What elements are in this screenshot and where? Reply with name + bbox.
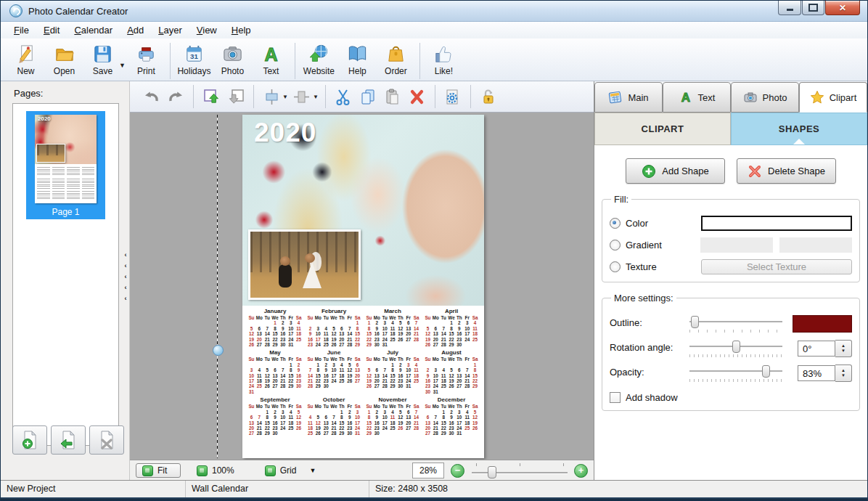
subtab-clipart[interactable]: CLIPART [594,113,731,145]
photo-camera-icon [743,90,758,105]
canvas-viewport[interactable]: 2020 JanuarySuMoTuWeThFrSa12345678910111… [130,113,594,460]
outline-slider[interactable] [689,315,782,327]
delete-button[interactable] [405,84,430,109]
month-days: SuMoTuWeThFrSa12345678910111213141516171… [306,404,361,436]
gradient-radio-label[interactable]: Gradient [626,240,662,250]
year-text[interactable]: 2020 [254,118,316,148]
title-bar[interactable]: Photo Calendar Creator ✕ [1,1,867,22]
selection-handle[interactable] [213,345,224,356]
print-button[interactable]: Print [127,41,165,76]
pages-list[interactable]: 2020 Page 1 [12,103,119,446]
photo-area[interactable]: 2020 [242,115,484,306]
photo-button[interactable]: Photo [213,41,252,76]
spin-down-icon[interactable]: ▼ [841,349,846,354]
holidays-button[interactable]: 31 Holidays [175,41,213,76]
delete-shape-button[interactable]: Delete Shape [737,158,836,184]
align-vertical-dropdown-icon[interactable]: ▼ [313,94,319,100]
day-cell: 3 [314,326,322,331]
add-shadow-label[interactable]: Add shadow [626,392,678,403]
bring-forward-button[interactable] [199,84,224,109]
zoom-value-field[interactable]: 28% [412,463,444,478]
grid-button[interactable]: Grid▼ [259,464,322,478]
gradient-radio[interactable] [610,240,621,250]
cut-button[interactable] [331,84,356,109]
calendar-page[interactable]: 2020 JanuarySuMoTuWeThFrSa12345678910111… [242,115,484,458]
properties-button[interactable] [441,84,465,109]
zoom-slider[interactable] [472,463,568,478]
align-horizontal-dropdown-icon[interactable]: ▼ [282,94,288,100]
gradient-end-swatch[interactable] [779,237,852,253]
tab-main[interactable]: Main [594,82,663,113]
like-button[interactable]: Like! [425,41,463,76]
opacity-spinner: 83% ▲▼ [798,364,852,382]
website-button[interactable]: Website [300,41,338,76]
menu-layer[interactable]: Layer [151,23,189,38]
select-texture-button[interactable]: Select Texture [701,259,852,274]
outline-color-swatch[interactable] [793,315,852,333]
panel-collapse-handle[interactable]: ‹‹‹‹‹ [123,250,128,304]
undo-button[interactable] [139,84,163,109]
opacity-slider[interactable] [689,364,782,377]
subtab-shapes[interactable]: SHAPES [731,113,867,145]
spin-up-icon[interactable]: ▲ [841,368,846,373]
add-page-button[interactable] [12,425,47,455]
spin-up-icon[interactable]: ▲ [841,343,846,349]
texture-radio-label[interactable]: Texture [626,261,657,272]
opacity-slider-thumb[interactable] [762,365,770,378]
minimize-button[interactable] [778,1,801,15]
rotation-value[interactable]: 0° [798,341,835,357]
calendar-grid[interactable]: JanuarySuMoTuWeThFrSa1234567891011121314… [247,308,479,436]
add-shape-button[interactable]: Add Shape [626,158,725,184]
paste-button[interactable] [380,84,405,109]
texture-radio[interactable] [610,261,621,272]
menu-file[interactable]: File [7,23,36,38]
add-shadow-checkbox[interactable] [610,392,621,403]
gradient-start-swatch[interactable] [700,237,773,253]
zoom-100-button[interactable]: 100% [191,464,240,478]
save-dropdown-icon[interactable]: ▼ [119,62,126,69]
menu-view[interactable]: View [189,23,224,38]
help-button[interactable]: Help [338,41,377,76]
day-cell: 3 [463,320,471,325]
new-button[interactable]: New [7,41,45,76]
open-button[interactable]: Open [45,41,83,76]
rotation-slider-thumb[interactable] [732,341,740,353]
menu-edit[interactable]: Edit [36,23,67,38]
close-button[interactable]: ✕ [825,1,860,15]
tab-clipart[interactable]: Clipart [799,82,867,113]
outline-slider-thumb[interactable] [691,316,699,328]
tab-text[interactable]: A Text [663,82,731,113]
rotation-spin-buttons[interactable]: ▲▼ [835,340,852,357]
color-radio-label[interactable]: Color [626,218,648,229]
fit-button[interactable]: Fit [136,463,181,478]
copy-button[interactable] [356,84,380,109]
menu-add[interactable]: Add [120,23,151,38]
fill-color-swatch[interactable] [701,216,852,231]
zoom-in-button[interactable]: + [574,464,588,478]
spin-down-icon[interactable]: ▼ [841,373,846,378]
redo-button[interactable] [163,84,188,109]
lock-button[interactable] [476,84,501,109]
opacity-value[interactable]: 83% [798,365,835,381]
page-thumbnail-item[interactable]: 2020 Page 1 [26,111,105,219]
tab-text-label: Text [698,92,716,103]
inset-photo[interactable] [248,229,361,300]
maximize-button[interactable] [802,1,824,15]
delete-page-button[interactable] [89,425,124,455]
grid-dropdown-icon[interactable]: ▼ [309,467,316,474]
insert-page-button[interactable] [51,425,86,455]
color-radio[interactable] [610,218,621,229]
save-button[interactable]: Save [83,41,122,76]
order-button[interactable]: Order [377,41,415,76]
text-button[interactable]: A Text [252,41,290,76]
menu-help[interactable]: Help [224,23,258,38]
opacity-spin-buttons[interactable]: ▲▼ [835,364,852,382]
rotation-slider[interactable] [689,340,782,352]
align-horizontal-button[interactable] [259,84,284,109]
send-backward-button[interactable] [224,84,248,109]
align-vertical-button[interactable] [290,84,314,109]
slider-thumb[interactable] [488,466,496,478]
menu-calendar[interactable]: Calendar [67,23,120,38]
zoom-out-button[interactable]: − [451,464,464,478]
tab-photo[interactable]: Photo [731,82,799,113]
